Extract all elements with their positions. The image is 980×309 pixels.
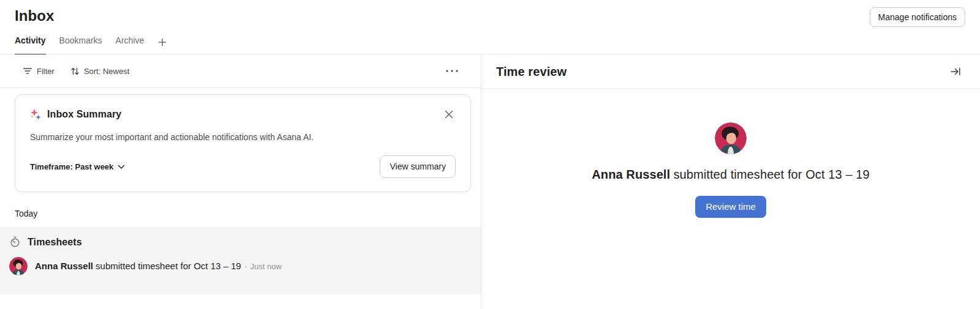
- sort-button[interactable]: Sort: Newest: [68, 63, 132, 80]
- tab-archive[interactable]: Archive: [116, 32, 145, 55]
- collapse-right-icon: [949, 65, 962, 78]
- filter-label: Filter: [37, 67, 55, 76]
- filter-icon: [23, 66, 32, 76]
- detail-header: Time review: [481, 54, 980, 89]
- separator: ·: [244, 261, 247, 271]
- notification-action: submitted timesheet for Oct 13 – 19: [96, 261, 241, 271]
- tab-activity[interactable]: Activity: [15, 32, 46, 55]
- actor-name: Anna Russell: [35, 261, 93, 271]
- view-summary-button[interactable]: View summary: [380, 155, 456, 178]
- notification-item[interactable]: Anna Russellsubmitted timesheet for Oct …: [0, 248, 481, 275]
- sort-icon: [70, 67, 80, 76]
- detail-heading: Anna Russellsubmitted timesheet for Oct …: [592, 166, 869, 182]
- detail-body: Anna Russellsubmitted timesheet for Oct …: [481, 89, 980, 309]
- ellipsis-icon: [445, 69, 459, 73]
- more-options-button[interactable]: [442, 65, 462, 76]
- actor-name: Anna Russell: [592, 168, 670, 181]
- timesheets-group: Timesheets Anna Russellsubmitted t: [0, 227, 481, 294]
- chevron-down-icon: [118, 165, 125, 169]
- notification-text: Anna Russellsubmitted timesheet for Oct …: [35, 260, 282, 273]
- summary-card-title: Inbox Summary: [47, 109, 121, 120]
- add-tab-button[interactable]: [157, 35, 167, 55]
- detail-heading-rest: submitted timesheet for Oct 13 – 19: [673, 168, 869, 181]
- title-row: Inbox Manage notifications: [15, 7, 965, 27]
- collapse-panel-button[interactable]: [947, 63, 964, 80]
- filter-button[interactable]: Filter: [20, 62, 57, 80]
- sort-label: Sort: Newest: [84, 67, 129, 76]
- summary-card-description: Summarize your most important and action…: [30, 131, 456, 143]
- page-title: Inbox: [15, 7, 55, 24]
- list-toolbar: Filter Sort: Newest: [0, 54, 481, 88]
- inbox-summary-card: Inbox Summary Summarize your most import…: [15, 94, 471, 192]
- inbox-header: Inbox Manage notifications Activity Book…: [0, 0, 980, 54]
- detail-title: Time review: [496, 65, 567, 79]
- main-split: Filter Sort: Newest: [0, 54, 980, 309]
- summary-card-header: Inbox Summary: [30, 108, 456, 121]
- timeframe-label: Timeframe: Past week: [30, 162, 113, 171]
- ai-sparkle-icon: [30, 108, 42, 121]
- timestamp: Just now: [251, 262, 282, 271]
- stopwatch-icon: [9, 236, 21, 248]
- avatar: [715, 122, 747, 154]
- timesheets-group-header: Timesheets: [0, 227, 481, 248]
- tab-bookmarks[interactable]: Bookmarks: [59, 32, 102, 55]
- plus-icon: [157, 37, 167, 47]
- timeframe-dropdown[interactable]: Timeframe: Past week: [30, 160, 125, 174]
- review-time-button[interactable]: Review time: [695, 196, 766, 218]
- close-icon: [443, 109, 454, 120]
- manage-notifications-button[interactable]: Manage notifications: [870, 7, 965, 27]
- tab-bar: Activity Bookmarks Archive: [15, 32, 965, 55]
- close-summary-button[interactable]: [442, 108, 456, 121]
- date-group-label: Today: [15, 209, 481, 218]
- avatar: [9, 257, 28, 275]
- timesheets-group-title: Timesheets: [28, 237, 82, 248]
- inbox-app: Inbox Manage notifications Activity Book…: [0, 0, 980, 309]
- summary-card-footer: Timeframe: Past week View summary: [30, 155, 456, 178]
- notifications-panel: Filter Sort: Newest: [0, 54, 481, 309]
- detail-panel: Time review: [481, 54, 980, 309]
